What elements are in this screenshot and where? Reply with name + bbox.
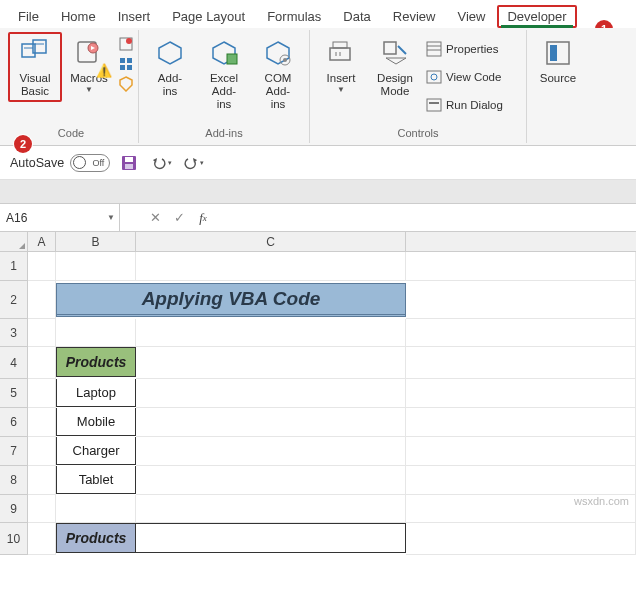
row-header[interactable]: 4 bbox=[0, 347, 28, 379]
group-controls: Insert ▼ Design Mode Properties View Cod… bbox=[310, 30, 527, 143]
ribbon-tabs: File Home Insert Page Layout Formulas Da… bbox=[0, 0, 636, 28]
tab-file[interactable]: File bbox=[8, 5, 49, 28]
tab-data[interactable]: Data bbox=[333, 5, 380, 28]
data-cell[interactable]: Mobile bbox=[56, 408, 136, 436]
svg-rect-32 bbox=[427, 99, 441, 111]
excel-addins-button[interactable]: Excel Add-ins bbox=[197, 32, 251, 116]
visual-basic-label: Visual Basic bbox=[16, 72, 54, 98]
col-header-b[interactable]: B bbox=[56, 232, 136, 252]
spacer bbox=[0, 180, 636, 204]
col-header-a[interactable]: A bbox=[28, 232, 56, 252]
com-addins-icon bbox=[261, 36, 295, 70]
com-addins-label: COM Add-ins bbox=[259, 72, 297, 112]
formula-bar-input[interactable] bbox=[216, 204, 636, 231]
insert-control-button[interactable]: Insert ▼ bbox=[314, 32, 368, 98]
macro-security-icon[interactable] bbox=[118, 76, 134, 92]
group-addins-label: Add-ins bbox=[143, 125, 305, 143]
run-dialog-button[interactable]: Run Dialog bbox=[424, 96, 522, 114]
watermark: wsxdn.com bbox=[574, 495, 629, 507]
cancel-formula-button[interactable]: ✕ bbox=[144, 207, 166, 229]
formula-bar-row: A16 ▼ ✕ ✓ fx bbox=[0, 204, 636, 232]
design-mode-button[interactable]: Design Mode bbox=[368, 32, 422, 102]
relative-refs-icon[interactable] bbox=[118, 56, 134, 72]
svg-rect-27 bbox=[427, 42, 441, 56]
svg-rect-37 bbox=[125, 157, 133, 162]
data-cell[interactable]: Charger bbox=[56, 437, 136, 465]
macros-button[interactable]: Macros ▼ ⚠️ bbox=[62, 32, 116, 98]
record-macro-icon[interactable] bbox=[118, 36, 134, 52]
data-cell[interactable]: Laptop bbox=[56, 379, 136, 407]
row-header[interactable]: 5 bbox=[0, 379, 28, 408]
row-header[interactable]: 9 bbox=[0, 495, 28, 523]
visual-basic-icon bbox=[18, 36, 52, 70]
insert-function-button[interactable]: fx bbox=[192, 207, 214, 229]
svg-marker-24 bbox=[384, 42, 396, 54]
svg-line-25 bbox=[398, 46, 406, 54]
title-cell[interactable]: Applying VBA Code bbox=[56, 283, 406, 317]
name-box-value: A16 bbox=[6, 211, 27, 225]
row-header[interactable]: 8 bbox=[0, 466, 28, 495]
col-header-c[interactable]: C bbox=[136, 232, 406, 252]
row-header[interactable]: 3 bbox=[0, 319, 28, 347]
group-addins: Add-ins Excel Add-ins COM Add-ins Add-in… bbox=[139, 30, 310, 143]
group-code: Visual Basic Macros ▼ ⚠️ Code bbox=[4, 30, 139, 143]
properties-button[interactable]: Properties bbox=[424, 40, 522, 58]
source-icon bbox=[541, 36, 575, 70]
view-code-button[interactable]: View Code bbox=[424, 68, 522, 86]
accept-formula-button[interactable]: ✓ bbox=[168, 207, 190, 229]
empty-cell[interactable] bbox=[136, 523, 406, 553]
tab-view[interactable]: View bbox=[447, 5, 495, 28]
row-header[interactable]: 2 bbox=[0, 281, 28, 319]
view-code-icon bbox=[426, 69, 442, 85]
excel-addins-icon bbox=[207, 36, 241, 70]
tab-home[interactable]: Home bbox=[51, 5, 106, 28]
select-all-corner[interactable] bbox=[0, 232, 28, 252]
row-header[interactable]: 6 bbox=[0, 408, 28, 437]
addins-button[interactable]: Add-ins bbox=[143, 32, 197, 102]
properties-icon bbox=[426, 41, 442, 57]
svg-rect-9 bbox=[120, 58, 125, 63]
autosave-toggle[interactable]: Off bbox=[70, 154, 110, 172]
redo-button[interactable]: ▾ bbox=[180, 150, 206, 176]
svg-point-19 bbox=[283, 58, 287, 62]
run-dialog-icon bbox=[426, 97, 442, 113]
tab-review[interactable]: Review bbox=[383, 5, 446, 28]
worksheet-grid[interactable]: 1 2 Applying VBA Code 3 4 Products 5 Lap… bbox=[0, 252, 636, 555]
svg-rect-35 bbox=[550, 45, 557, 61]
tab-insert[interactable]: Insert bbox=[108, 5, 161, 28]
tab-page-layout[interactable]: Page Layout bbox=[162, 5, 255, 28]
row-header[interactable]: 1 bbox=[0, 252, 28, 281]
undo-button[interactable]: ▾ bbox=[148, 150, 174, 176]
chevron-down-icon: ▼ bbox=[107, 213, 115, 222]
svg-marker-26 bbox=[386, 58, 406, 64]
svg-rect-33 bbox=[429, 102, 439, 104]
svg-point-31 bbox=[431, 74, 437, 80]
source-button[interactable]: Source bbox=[531, 32, 585, 89]
chevron-down-icon: ▼ bbox=[85, 85, 93, 94]
tab-developer[interactable]: Developer bbox=[497, 5, 576, 28]
save-button[interactable] bbox=[116, 150, 142, 176]
svg-point-8 bbox=[126, 38, 132, 44]
tab-formulas[interactable]: Formulas bbox=[257, 5, 331, 28]
com-addins-button[interactable]: COM Add-ins bbox=[251, 32, 305, 116]
addins-icon bbox=[153, 36, 187, 70]
name-box[interactable]: A16 ▼ bbox=[0, 204, 120, 231]
insert-control-label: Insert bbox=[327, 72, 356, 85]
insert-control-icon bbox=[324, 36, 358, 70]
properties-label: Properties bbox=[446, 43, 498, 55]
autosave-state: Off bbox=[92, 158, 104, 168]
data-cell[interactable]: Tablet bbox=[56, 466, 136, 494]
svg-rect-16 bbox=[227, 54, 237, 64]
row-header[interactable]: 7 bbox=[0, 437, 28, 466]
svg-marker-13 bbox=[120, 77, 132, 91]
run-dialog-label: Run Dialog bbox=[446, 99, 503, 111]
products-header[interactable]: Products bbox=[56, 347, 136, 377]
products-header-2[interactable]: Products bbox=[56, 523, 136, 553]
source-label: Source bbox=[540, 72, 576, 85]
svg-rect-10 bbox=[127, 58, 132, 63]
visual-basic-button[interactable]: Visual Basic bbox=[8, 32, 62, 102]
warning-icon: ⚠️ bbox=[96, 63, 112, 78]
svg-rect-30 bbox=[427, 71, 441, 83]
row-header[interactable]: 10 bbox=[0, 523, 28, 555]
group-xml: Source bbox=[527, 30, 589, 143]
